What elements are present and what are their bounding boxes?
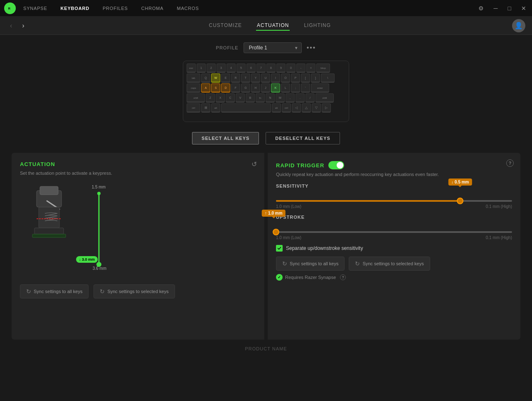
key-backslash[interactable]: \ <box>321 73 335 83</box>
rapid-trigger-sync-row: ↻ Sync settings to all keys ↻ Sync setti… <box>276 257 512 271</box>
key-win[interactable]: ⊞ <box>201 103 210 112</box>
profile-select[interactable]: Profile 1 Profile 2 Profile 3 <box>244 42 302 53</box>
key-fn[interactable]: fn <box>256 93 265 103</box>
key-8[interactable]: 8 <box>266 64 276 73</box>
settings-icon[interactable]: ⚙ <box>477 3 485 13</box>
key-enter[interactable]: enter <box>311 83 329 93</box>
key-r[interactable]: R <box>231 73 240 83</box>
key-comma[interactable]: , <box>286 93 295 103</box>
key-period[interactable]: . <box>296 93 305 103</box>
maximize-icon[interactable]: □ <box>506 3 513 13</box>
rt-sync-all-button[interactable]: ↻ Sync settings to all keys <box>276 257 345 271</box>
key-n[interactable]: N <box>266 93 275 103</box>
key-h[interactable]: H <box>251 83 260 93</box>
key-5[interactable]: 5 <box>236 64 246 73</box>
key-caps[interactable]: caps <box>187 83 200 93</box>
key-9[interactable]: 9 <box>276 64 286 73</box>
key-t[interactable]: T <box>241 73 250 83</box>
key-c[interactable]: C <box>226 93 235 103</box>
back-arrow[interactable]: ‹ <box>7 20 15 31</box>
key-right[interactable]: ▷ <box>322 103 331 112</box>
actuation-sync-selected-button[interactable]: ↻ Sync settings to selected keys <box>94 284 175 298</box>
rapid-trigger-toggle[interactable] <box>328 161 344 169</box>
key-backspace[interactable]: bksp <box>316 64 330 73</box>
key-ralt[interactable]: alt <box>272 103 281 112</box>
key-1[interactable]: 1 <box>197 64 206 73</box>
razer-logo: R <box>4 2 16 14</box>
actuation-sync-all-button[interactable]: ↻ Sync settings to all keys <box>20 284 89 298</box>
key-p[interactable]: P <box>291 73 300 83</box>
key-s[interactable]: S <box>211 83 220 93</box>
separate-sensitivity-checkbox[interactable] <box>276 245 283 252</box>
key-lshift[interactable]: shift <box>187 93 205 103</box>
key-rctrl[interactable]: ctrl <box>282 103 291 112</box>
key-3[interactable]: 3 <box>217 64 226 73</box>
tab-customize[interactable]: CUSTOMIZE <box>208 21 243 31</box>
key-q[interactable]: Q <box>201 73 210 83</box>
key-ctrl[interactable]: ctrl <box>187 103 200 112</box>
key-tab[interactable]: tab <box>187 73 200 83</box>
sensitivity-thumb[interactable] <box>457 198 463 204</box>
key-7[interactable]: 7 <box>256 64 266 73</box>
razer-synapse-help-icon[interactable]: ? <box>340 274 346 280</box>
key-w[interactable]: W <box>211 73 220 83</box>
upstroke-thumb[interactable] <box>273 229 279 235</box>
key-slash[interactable]: / <box>305 93 315 103</box>
key-k[interactable]: K <box>271 83 280 93</box>
rapid-trigger-help-button[interactable]: ? <box>506 159 514 167</box>
profile-more-button[interactable]: ••• <box>307 44 316 51</box>
key-l[interactable]: L <box>281 83 290 93</box>
key-g[interactable]: G <box>241 83 250 93</box>
key-4[interactable]: 4 <box>227 64 236 73</box>
nav-profiles[interactable]: PROFILES <box>102 4 129 12</box>
key-lbracket[interactable]: [ <box>301 73 310 83</box>
key-e[interactable]: E <box>221 73 230 83</box>
key-i[interactable]: I <box>271 73 280 83</box>
svg-rect-7 <box>34 228 64 234</box>
key-quote[interactable]: ' <box>301 83 310 93</box>
key-d[interactable]: D <box>221 83 230 93</box>
key-f[interactable]: F <box>231 83 240 93</box>
key-z[interactable]: Z <box>206 93 215 103</box>
key-o[interactable]: O <box>281 73 290 83</box>
key-x[interactable]: X <box>216 93 225 103</box>
rt-sync-selected-button[interactable]: ↻ Sync settings to selected keys <box>349 257 430 271</box>
tab-lighting[interactable]: LIGHTING <box>303 21 332 31</box>
key-equals[interactable]: = <box>306 64 315 73</box>
key-2[interactable]: 2 <box>207 64 216 73</box>
close-icon[interactable]: ✕ <box>520 3 528 13</box>
key-u[interactable]: U <box>261 73 270 83</box>
key-space[interactable] <box>221 103 271 112</box>
key-minus[interactable]: - <box>296 64 305 73</box>
key-m[interactable]: M <box>276 93 285 103</box>
key-0[interactable]: 0 <box>286 64 296 73</box>
key-rshift[interactable]: shift <box>315 93 334 103</box>
svg-rect-3 <box>40 186 58 195</box>
deselect-all-keys-button[interactable]: DESELECT ALL KEYS <box>266 132 340 144</box>
key-esc[interactable]: esc <box>187 64 196 73</box>
key-left[interactable]: ◁ <box>292 103 301 112</box>
actuation-sync-row: ↻ Sync settings to all keys ↻ Sync setti… <box>20 284 256 298</box>
nav-synapse[interactable]: SYNAPSE <box>22 4 48 12</box>
key-y[interactable]: Y <box>251 73 260 83</box>
actuation-title: ACTUATION <box>20 161 256 167</box>
key-up[interactable]: △ <box>302 103 311 112</box>
key-rbracket[interactable]: ] <box>311 73 320 83</box>
key-alt[interactable]: alt <box>211 103 220 112</box>
nav-keyboard[interactable]: KEYBOARD <box>60 4 90 12</box>
forward-arrow[interactable]: › <box>19 20 27 31</box>
key-a[interactable]: A <box>201 83 210 93</box>
key-6[interactable]: 6 <box>246 64 256 73</box>
key-v[interactable]: V <box>236 93 245 103</box>
actuation-reset-button[interactable]: ↺ <box>251 160 257 168</box>
key-semicolon[interactable]: ; <box>291 83 300 93</box>
select-all-keys-button[interactable]: SELECT ALL KEYS <box>192 132 259 144</box>
nav-macros[interactable]: MACROS <box>176 4 200 12</box>
key-j[interactable]: J <box>261 83 270 93</box>
nav-chroma[interactable]: CHROMA <box>140 4 165 12</box>
key-b[interactable]: B <box>246 93 255 103</box>
key-down[interactable]: ▽ <box>312 103 321 112</box>
avatar[interactable]: 👤 <box>512 19 525 32</box>
tab-actuation[interactable]: ACTUATION <box>256 21 290 31</box>
minimize-icon[interactable]: ─ <box>492 3 500 13</box>
